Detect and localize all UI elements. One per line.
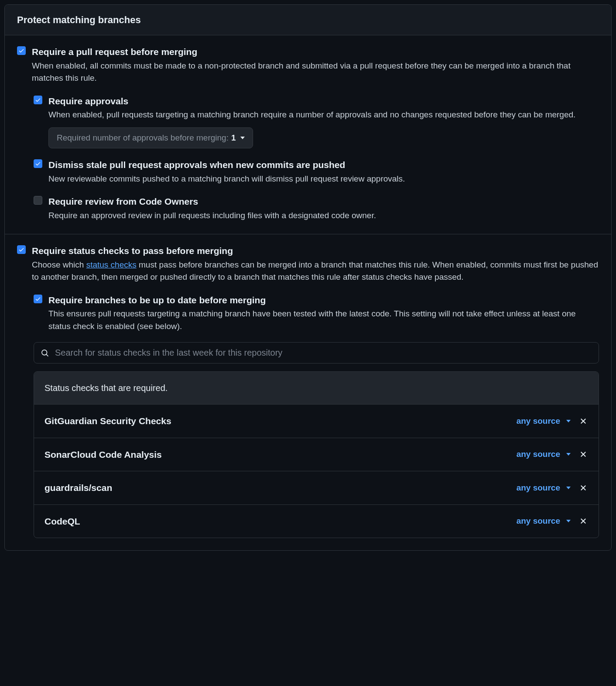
option-desc: When enabled, pull requests targeting a … [48,109,599,121]
checkbox-require-pr[interactable] [17,46,26,55]
section-require-pr: Require a pull request before merging Wh… [5,35,611,234]
option-dismiss-stale: Dismiss stale pull request approvals whe… [34,158,599,185]
caret-down-icon [566,487,571,489]
check-row: SonarCloud Code Analysis any source [34,438,599,471]
close-icon [579,484,587,492]
branch-protection-panel: Protect matching branches Require a pull… [4,4,612,551]
option-title: Require review from Code Owners [48,195,599,209]
caret-down-icon [566,520,571,522]
close-icon [579,450,587,458]
svg-point-0 [42,350,47,355]
option-desc: Require an approved review in pull reque… [48,209,599,222]
caret-down-icon [240,137,245,139]
option-require-approvals: Require approvals When enabled, pull req… [34,94,599,149]
option-desc: Choose which status checks must pass bef… [32,259,599,284]
required-checks-header: Status checks that are required. [34,372,599,404]
option-title: Dismiss stale pull request approvals whe… [48,158,599,172]
option-up-to-date: Require branches to be up to date before… [34,293,599,333]
remove-check-button[interactable] [578,516,588,526]
option-title: Require a pull request before merging [32,45,599,59]
check-name: SonarCloud Code Analysis [44,448,162,462]
checkbox-require-approvals[interactable] [34,96,42,104]
close-icon [579,417,587,425]
option-title: Require status checks to pass before mer… [32,244,599,258]
check-row: guardrails/scan any source [34,471,599,504]
svg-line-1 [46,354,48,356]
check-source-dropdown[interactable]: any source [517,448,571,461]
remove-check-button[interactable] [578,483,588,493]
checkbox-require-status-checks[interactable] [17,245,26,254]
option-require-status-checks: Require status checks to pass before mer… [17,244,599,284]
check-name: GitGuardian Security Checks [44,414,171,428]
option-desc: This ensures pull requests targeting a m… [48,308,599,333]
option-title: Require approvals [48,94,599,108]
caret-down-icon [566,420,571,422]
close-icon [579,517,587,525]
option-code-owners: Require review from Code Owners Require … [34,195,599,222]
remove-check-button[interactable] [578,449,588,459]
check-row: GitGuardian Security Checks any source [34,404,599,438]
option-title: Require branches to be up to date before… [48,293,599,307]
checkbox-dismiss-stale[interactable] [34,159,42,168]
section-status-checks: Require status checks to pass before mer… [5,234,611,550]
required-checks-box: Status checks that are required. GitGuar… [34,371,599,538]
checkbox-code-owners[interactable] [34,196,42,205]
option-desc: New reviewable commits pushed to a match… [48,173,599,185]
remove-check-button[interactable] [578,416,588,426]
caret-down-icon [566,453,571,456]
check-name: guardrails/scan [44,481,112,495]
check-name: CodeQL [44,514,80,528]
approvals-count-dropdown[interactable]: Required number of approvals before merg… [48,127,253,149]
option-require-pr: Require a pull request before merging Wh… [17,45,599,85]
panel-header: Protect matching branches [5,5,611,35]
check-source-dropdown[interactable]: any source [517,415,571,428]
check-source-dropdown[interactable]: any source [517,515,571,528]
dropdown-label: Required number of approvals before merg… [57,132,229,144]
status-check-search-input[interactable] [34,342,599,364]
dropdown-value: 1 [231,132,236,144]
option-desc: When enabled, all commits must be made t… [32,60,599,85]
status-check-search-wrap [34,342,599,364]
search-icon [41,349,49,357]
checkbox-up-to-date[interactable] [34,295,42,303]
check-source-dropdown[interactable]: any source [517,482,571,494]
check-row: CodeQL any source [34,504,599,538]
status-checks-link[interactable]: status checks [86,260,137,269]
